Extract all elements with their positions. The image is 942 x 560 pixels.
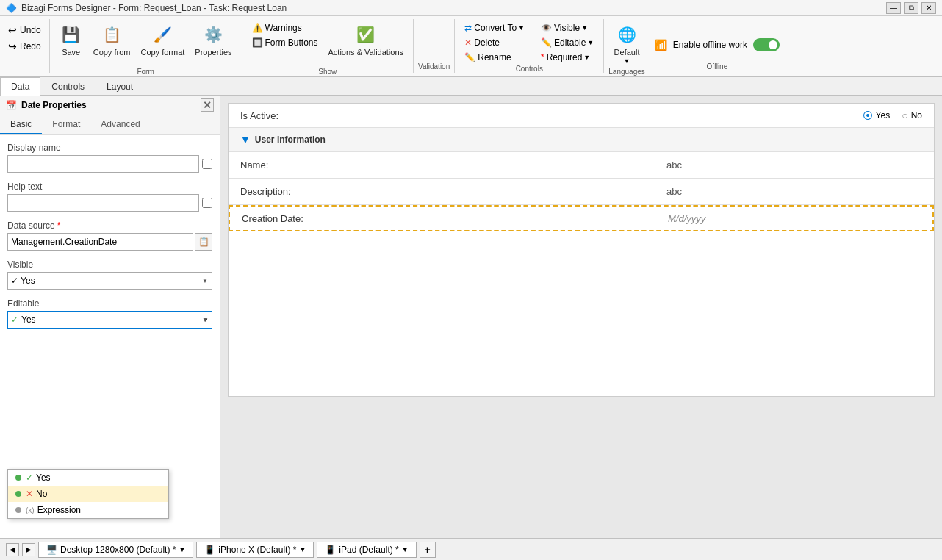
visible-select[interactable]: ✓ Yes ✕ No Expression (7, 272, 212, 290)
offline-group: 📶 Enable offline work Offline (650, 19, 784, 73)
panel-title: Date Properties (21, 100, 87, 110)
name-row: Name: abc (229, 152, 934, 179)
collapse-icon[interactable]: ▼ (240, 134, 251, 146)
form-group: 💾 Save 📋 Copy from 🖌️ Copy format ⚙️ Pro… (50, 19, 242, 73)
dropdown-item-expression[interactable]: (x) Expression (8, 502, 168, 518)
radio-no[interactable]: ○ No (902, 110, 922, 121)
left-panel: 📅 Date Properties ✕ Basic Format Advance… (0, 96, 220, 538)
panel-tab-advanced[interactable]: Advanced (90, 115, 150, 134)
nav-prev-button[interactable]: ◀ (6, 543, 19, 556)
radio-group: ⦿ Yes ○ No (863, 110, 922, 121)
monitor-icon: 🖥️ (46, 545, 57, 555)
copy-from-button[interactable]: 📋 Copy from (88, 21, 136, 68)
form-buttons-button[interactable]: 🔲 Form Buttons (247, 35, 323, 50)
iphone-arrow-icon: ▼ (299, 546, 306, 553)
bottom-bar: ◀ ▶ 🖥️ Desktop 1280x800 (Default) * ▼ 📱 … (0, 538, 942, 560)
is-active-label: Is Active: (240, 110, 278, 121)
undo-button[interactable]: ↩ Undo (4, 22, 45, 38)
languages-group: 🌐 Default ▼ Languages (604, 19, 650, 73)
title-text: Bizagi Forms Designer - Form: Request_Lo… (21, 3, 287, 13)
main-area: 📅 Date Properties ✕ Basic Format Advance… (0, 96, 942, 538)
description-value: abc (655, 180, 934, 203)
tab-controls[interactable]: Controls (40, 77, 96, 96)
display-name-group: Display name (7, 143, 212, 173)
editable-select[interactable]: ✓ Yes ▼ (7, 311, 212, 329)
dropdown-item-no[interactable]: ✕ No (8, 486, 168, 502)
copy-from-icon: 📋 (100, 23, 123, 46)
rename-button[interactable]: ✏️ Rename (459, 50, 530, 65)
app-icon: 🔷 (6, 3, 17, 13)
validation-group: Validation (414, 19, 455, 73)
panel-tab-basic[interactable]: Basic (0, 115, 42, 134)
convert-to-button[interactable]: ⇄ Convert To ▼ (459, 21, 530, 35)
data-source-label: Data source * (7, 220, 212, 231)
title-bar: 🔷 Bizagi Forms Designer - Form: Request_… (0, 0, 942, 16)
redo-button[interactable]: ↪ Redo (4, 38, 45, 54)
editable-group: Editable ✓ Yes ▼ (7, 298, 212, 329)
properties-icon: ⚙️ (201, 23, 225, 46)
save-icon: 💾 (60, 23, 83, 46)
panel-header-icon: 📅 (6, 100, 17, 110)
show-group: ⚠️ Warnings 🔲 Form Buttons ✅ Actions & V… (242, 19, 414, 73)
description-row: Description: abc (229, 179, 934, 205)
creation-date-value: M/d/yyyy (656, 207, 932, 230)
iphone-tab[interactable]: 📱 iPhone X (Default) * ▼ (196, 542, 314, 558)
ipad-tab[interactable]: 📱 iPad (Default) * ▼ (317, 542, 416, 558)
visible-button[interactable]: 👁️ Visible ▼ (536, 21, 599, 35)
language-icon: 🌐 (615, 23, 639, 46)
help-text-input[interactable] (7, 194, 199, 212)
actions-validations-button[interactable]: ✅ Actions & Validations (323, 21, 409, 68)
panel-tabs: Basic Format Advanced (0, 115, 220, 135)
display-name-checkbox[interactable] (202, 159, 212, 169)
required-button[interactable]: * Required ▼ (536, 50, 599, 65)
visible-group: Visible ✓ Yes ✕ No Expression (7, 259, 212, 290)
display-name-input[interactable] (7, 155, 199, 173)
ipad-arrow-icon: ▼ (402, 546, 409, 553)
save-button[interactable]: 💾 Save (54, 21, 88, 68)
controls-group: ⇄ Convert To ▼ ✕ Delete ✏️ Rename (455, 19, 604, 73)
title-bar-controls: — ⧉ ✕ (886, 2, 936, 14)
tab-layout[interactable]: Layout (96, 77, 144, 96)
help-text-label: Help text (7, 182, 212, 192)
description-label: Description: (229, 180, 655, 203)
tab-data[interactable]: Data (0, 77, 40, 96)
delete-button[interactable]: ✕ Delete (459, 35, 530, 50)
panel-close-button[interactable]: ✕ (201, 98, 214, 112)
display-name-label: Display name (7, 143, 212, 153)
ribbon: ↩ Undo ↪ Redo 💾 Save 📋 Copy from 🖌 (0, 16, 942, 77)
default-language-button[interactable]: 🌐 Default ▼ (609, 21, 645, 68)
minimize-button[interactable]: — (886, 2, 901, 14)
phone-icon: 📱 (204, 545, 215, 555)
offline-toggle[interactable] (753, 38, 780, 51)
actions-icon: ✅ (354, 23, 378, 46)
right-canvas: Is Active: ⦿ Yes ○ No ▼ User Information (220, 96, 942, 538)
properties-button[interactable]: ⚙️ Properties (190, 21, 237, 68)
offline-icon: 📶 (655, 39, 667, 51)
copy-format-icon: 🖌️ (151, 23, 174, 46)
panel-header: 📅 Date Properties ✕ (0, 96, 220, 115)
copy-format-button[interactable]: 🖌️ Copy format (135, 21, 190, 68)
help-text-checkbox[interactable] (202, 198, 212, 208)
creation-date-row[interactable]: Creation Date: M/d/yyyy (229, 205, 934, 231)
close-button[interactable]: ✕ (921, 2, 936, 14)
user-info-section-header: ▼ User Information (229, 128, 934, 152)
desktop-tab[interactable]: 🖥️ Desktop 1280x800 (Default) * ▼ (38, 542, 193, 558)
nav-next-button[interactable]: ▶ (22, 543, 35, 556)
panel-tab-format[interactable]: Format (42, 115, 90, 134)
tablet-icon: 📱 (325, 545, 336, 555)
data-source-input[interactable] (7, 233, 193, 251)
name-label: Name: (229, 154, 655, 176)
radio-yes[interactable]: ⦿ Yes (863, 110, 891, 121)
visible-label: Visible (7, 259, 212, 270)
enable-offline-container: 📶 Enable offline work (655, 38, 780, 51)
name-value: abc (655, 154, 934, 176)
is-active-row: Is Active: ⦿ Yes ○ No (229, 104, 934, 128)
data-source-copy-button[interactable]: 📋 (195, 233, 212, 251)
warnings-button[interactable]: ⚠️ Warnings (247, 21, 323, 35)
editable-dropdown-menu: ✓ Yes ✕ No (x) Expression (7, 469, 169, 519)
dropdown-item-yes[interactable]: ✓ Yes (8, 470, 168, 486)
editable-button[interactable]: ✏️ Editable ▼ (536, 35, 599, 50)
add-device-tab-button[interactable]: + (420, 542, 436, 558)
creation-date-label: Creation Date: (230, 207, 656, 230)
maximize-button[interactable]: ⧉ (904, 2, 918, 14)
